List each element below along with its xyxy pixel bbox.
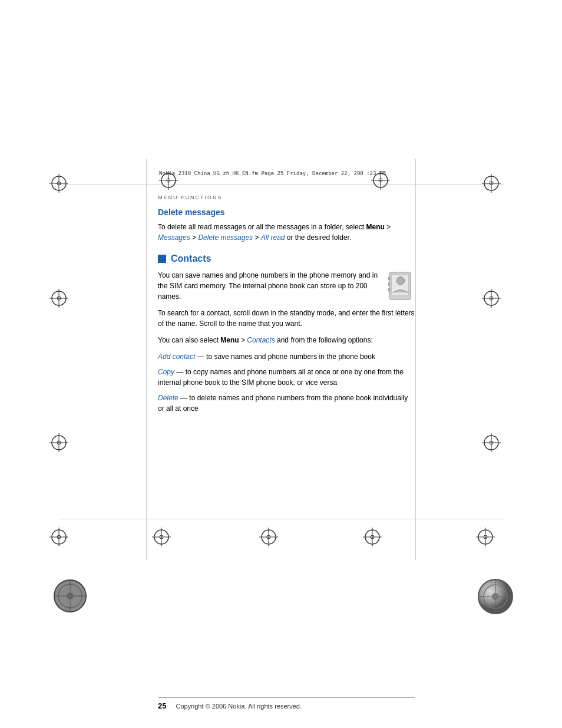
- contacts-heading-text: Contacts: [171, 253, 211, 264]
- phonebook-icon: [386, 271, 415, 301]
- trim-line-left: [146, 159, 147, 560]
- option-add-contact: Add contact — to save names and phone nu…: [158, 351, 415, 362]
- crosshair-bot-left: [49, 528, 68, 546]
- para3-prefix: You can also select: [158, 336, 220, 344]
- decorative-circle-bottom-left: [53, 579, 87, 613]
- svg-rect-66: [388, 282, 391, 286]
- delete-messages-body: To delete all read messages or all the m…: [158, 222, 415, 243]
- para3-link: Contacts: [247, 336, 275, 344]
- contacts-square-icon: [158, 255, 166, 263]
- delete-messages-heading: Delete messages: [158, 207, 415, 217]
- svg-rect-65: [388, 277, 391, 281]
- contacts-para2: To search for a contact, scroll down in …: [158, 308, 415, 329]
- option-copy: Copy — to copy names and phone numbers a…: [158, 367, 415, 388]
- delete-link-allread: All read: [261, 233, 285, 242]
- svg-point-64: [396, 277, 404, 285]
- option-link-delete: Delete: [158, 394, 178, 402]
- crosshair-top-mid-left: [159, 171, 178, 190]
- crosshair-mid-left: [49, 289, 68, 308]
- delete-sep2: >: [190, 233, 199, 242]
- contacts-heading: Contacts: [158, 253, 415, 264]
- option-text-delete: — to delete names and phone numbers from…: [158, 394, 408, 413]
- delete-suffix: or the desired folder.: [285, 233, 351, 242]
- para3-mid: >: [239, 336, 247, 344]
- svg-rect-67: [388, 288, 391, 292]
- para3-suffix: and from the following options:: [275, 336, 373, 344]
- delete-link-messages: Messages: [158, 233, 190, 242]
- svg-point-56: [67, 592, 74, 599]
- delete-sep1: >: [385, 223, 391, 231]
- delete-body-prefix: To delete all read messages or all the m…: [158, 223, 366, 231]
- page-footer: 25 Copyright © 2006 Nokia. All rights re…: [158, 697, 415, 710]
- options-list: Add contact — to save names and phone nu…: [158, 351, 415, 414]
- crosshair-low-left: [49, 433, 68, 452]
- option-delete: Delete — to delete names and phone numbe…: [158, 393, 415, 414]
- para3-bold: Menu: [220, 336, 239, 344]
- page-container: Nokia_2310_China_UG_zh_HK_EN.fm Page 25 …: [0, 0, 562, 728]
- delete-body-menu: Menu: [366, 223, 385, 231]
- delete-sep3: >: [253, 233, 261, 242]
- option-text-copy: — to copy names and phone numbers all at…: [158, 368, 404, 387]
- delete-messages-section: Delete messages To delete all read messa…: [158, 207, 415, 243]
- crosshair-bot-right: [476, 528, 495, 546]
- page-number: 25: [158, 701, 166, 710]
- footer-copyright: Copyright © 2006 Nokia. All rights reser…: [176, 703, 302, 710]
- crosshair-low-right: [482, 433, 501, 452]
- section-label: Menu functions: [158, 195, 415, 200]
- trim-line-top: [59, 185, 503, 185]
- contacts-para3: You can also select Menu > Contacts and …: [158, 335, 415, 345]
- option-link-add: Add contact: [158, 353, 195, 361]
- contacts-intro: You can save names and phone numbers in …: [158, 270, 415, 302]
- trim-line-right: [415, 159, 416, 560]
- content-area: Menu functions Delete messages To delete…: [158, 195, 415, 657]
- option-text-add: — to save names and phone numbers in the…: [195, 353, 375, 361]
- crosshair-mid-right: [482, 289, 501, 308]
- contacts-intro-text: You can save names and phone numbers in …: [158, 270, 381, 302]
- option-link-copy: Copy: [158, 368, 174, 376]
- svg-point-61: [492, 593, 499, 600]
- crosshair-top-left: [49, 174, 68, 193]
- contacts-section: Contacts You can save names and phone nu…: [158, 253, 415, 414]
- crosshair-top-right: [482, 174, 501, 193]
- crosshair-top-mid-right: [371, 171, 390, 190]
- delete-link-delete: Delete messages: [198, 233, 253, 242]
- decorative-circle-bottom-right: [477, 578, 514, 615]
